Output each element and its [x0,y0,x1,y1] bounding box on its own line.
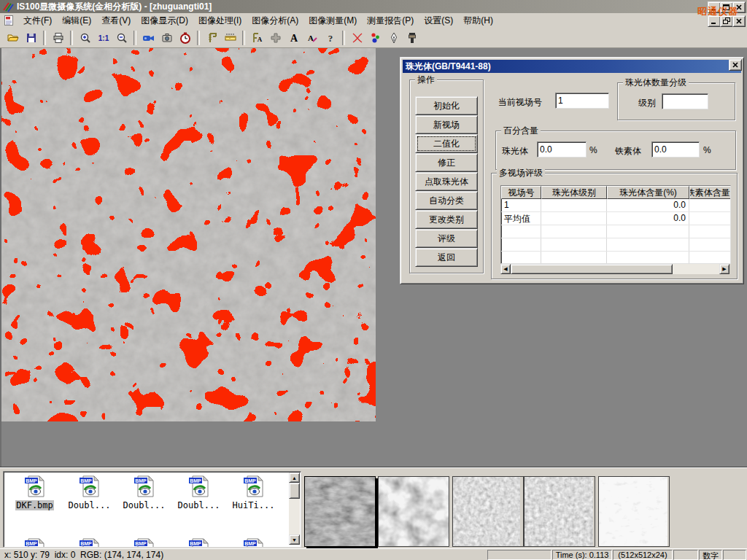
text-button[interactable]: A [285,29,303,46]
menu-image-measure[interactable]: 图像测量(M) [303,13,362,28]
mdi-restore-button[interactable] [720,15,733,27]
capture-button[interactable] [158,29,176,46]
change-class-button[interactable]: 更改类别 [415,210,478,229]
open-button[interactable] [4,29,22,46]
ferrite-value-input[interactable] [651,141,700,158]
zoom-in-button[interactable] [76,29,94,46]
file-item[interactable] [227,537,280,548]
table-row[interactable]: 平均值 0.0 [501,212,730,225]
thumbnail-5[interactable] [598,476,670,547]
save-button[interactable] [22,29,40,46]
dialog-title: 珠光体(GB/T9441-88) [406,61,491,73]
scroll-down-button[interactable]: ▼ [289,534,300,545]
level-input[interactable] [662,93,708,109]
close-icon [736,4,743,11]
mdi-close-button[interactable] [732,15,746,27]
hscroll-track[interactable] [673,264,719,274]
file-list[interactable]: DKF.bmp Doubl... Doubl... Doubl... HuiTi… [3,471,301,548]
video-camera-button[interactable] [139,29,158,46]
help-icon: ? [325,32,336,44]
capture-icon [161,32,173,44]
thumbnail-3[interactable] [452,476,524,547]
new-field-button[interactable]: 新视场 [415,115,478,134]
file-item[interactable]: Doubl... [63,475,116,510]
measure-text-icon: A [252,32,263,44]
maximize-button[interactable] [720,1,733,13]
cell-ferrite-content [689,212,731,225]
print-button[interactable] [49,29,67,46]
actual-size-icon: 1:1 [97,32,110,44]
thumbnail-1[interactable] [304,476,376,547]
file-item[interactable]: DKF.bmp [8,475,61,510]
menu-help[interactable]: 帮助(H) [458,13,498,28]
mdi-minimize-button[interactable] [708,15,721,27]
menu-image-processing[interactable]: 图像处理(I) [193,13,247,28]
print-icon [53,32,64,44]
actual-size-button[interactable]: 1:1 [94,29,112,46]
return-button[interactable]: 返回 [415,248,478,267]
zoom-out-button[interactable] [112,29,131,46]
menu-image-display[interactable]: 图像显示(D) [136,13,193,28]
measure-text-button[interactable]: A [248,29,266,46]
cell-ferrite-content [689,199,731,211]
scroll-left-button[interactable]: ◀ [500,264,511,274]
close-button[interactable] [732,1,746,13]
file-item[interactable]: Doubl... [172,475,225,510]
curve-button[interactable] [348,29,366,46]
file-item[interactable]: Doubl... [117,475,171,510]
binarize-button[interactable]: 二值化 [415,134,478,153]
dialog-close-button[interactable] [729,59,742,71]
file-item[interactable] [117,537,171,548]
pen-button[interactable] [384,29,403,46]
auto-classify-button[interactable]: 自动分类 [415,191,478,210]
mdi-restore-icon [723,18,730,25]
text-edit-button[interactable]: A [303,29,321,46]
scroll-right-button[interactable]: ▶ [719,264,729,274]
vscroll-thumb[interactable] [289,483,300,499]
toolbar-separator [197,31,200,45]
toolbar-separator [43,31,46,45]
header-pearlite-content[interactable]: 珠光体含量(%) [607,186,689,199]
toolbar: 1:1 A A A [0,28,747,48]
cell-pearlite-content: 0.0 [607,199,689,211]
classify-button[interactable] [366,29,384,46]
caliper-button[interactable] [203,29,221,46]
pearlite-value-input[interactable] [537,141,587,158]
brush-button[interactable] [403,29,421,46]
current-field-input[interactable] [555,93,609,109]
thumbnail-2[interactable] [378,476,449,547]
file-item[interactable] [63,537,116,548]
ruler-button[interactable] [221,29,239,46]
specimen-image[interactable] [1,48,376,421]
file-item[interactable] [8,537,61,548]
file-item[interactable] [172,537,225,548]
minimize-button[interactable] [708,1,721,13]
menu-measure-report[interactable]: 测量报告(P) [362,13,419,28]
scroll-up-button[interactable]: ▲ [289,472,300,483]
timer-button[interactable] [176,29,194,46]
menu-image-analysis[interactable]: 图像分析(A) [247,13,303,28]
grid-button[interactable] [266,29,285,46]
table-hscrollbar[interactable]: ◀ ▶ [500,264,729,274]
file-item[interactable]: HuiTi... [227,475,280,510]
grade-button[interactable]: 评级 [415,229,478,248]
menu-file[interactable]: 文件(F) [18,13,57,28]
file-name: HuiTi... [232,500,276,510]
file-list-scrollbar[interactable]: ▲ ▼ [289,472,300,545]
multifield-table[interactable]: 视场号 珠光体级别 珠光体含量(%) 铁素体含量(%) 1 0.0 平均值 [500,185,731,264]
header-field-no[interactable]: 视场号 [501,186,541,199]
hscroll-thumb[interactable] [511,264,673,274]
header-pearlite-grade[interactable]: 珠光体级别 [541,186,607,199]
correct-button[interactable]: 修正 [415,153,478,172]
menu-settings[interactable]: 设置(S) [419,13,458,28]
initialize-button[interactable]: 初始化 [415,96,478,115]
brush-icon [406,32,418,44]
help-button[interactable]: ? [321,29,339,46]
bmp-file-icon [187,537,211,548]
menu-view[interactable]: 查看(V) [96,13,136,28]
table-row[interactable]: 1 0.0 [501,199,730,212]
menu-edit[interactable]: 编辑(E) [57,13,96,28]
pick-pearlite-button[interactable]: 点取珠光体 [415,172,478,191]
thumbnail-4[interactable] [524,476,595,547]
header-ferrite-content[interactable]: 铁素体含量(%) [689,186,731,199]
